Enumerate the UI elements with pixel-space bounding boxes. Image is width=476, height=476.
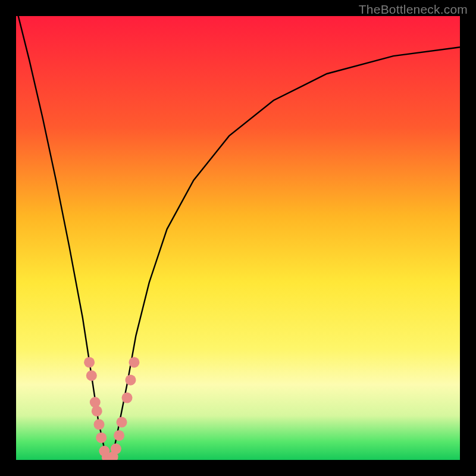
data-marker <box>90 397 101 408</box>
watermark-text: TheBottleneck.com <box>359 2 468 17</box>
data-marker <box>92 406 102 416</box>
data-marker <box>114 430 124 441</box>
data-marker <box>86 370 97 381</box>
data-marker <box>111 443 121 454</box>
data-marker <box>117 417 127 428</box>
data-marker <box>96 433 107 443</box>
data-markers <box>84 357 139 460</box>
chart-svg <box>16 16 460 460</box>
plot-area <box>16 16 460 460</box>
data-marker <box>84 357 95 368</box>
data-marker <box>122 393 133 403</box>
chart-frame: TheBottleneck.com <box>0 0 476 476</box>
data-marker <box>94 419 105 430</box>
data-marker <box>129 357 139 368</box>
data-marker <box>125 375 136 386</box>
bottleneck-curve <box>16 16 460 460</box>
